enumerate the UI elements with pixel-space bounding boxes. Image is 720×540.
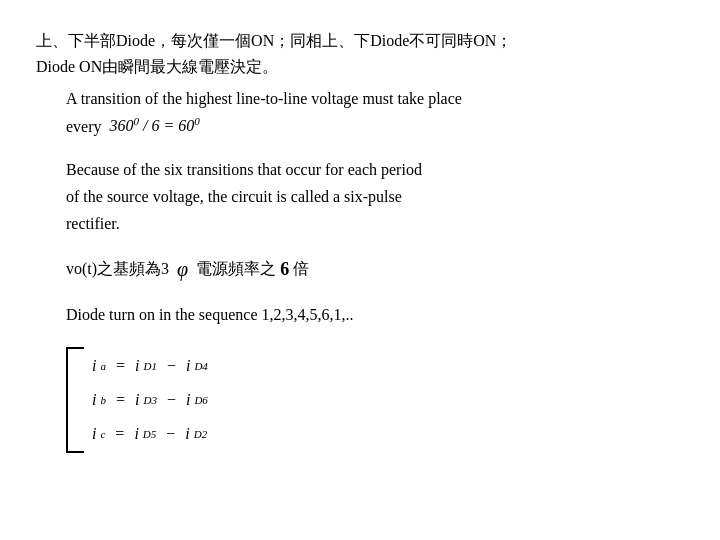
eq1-lhs-sub: a bbox=[100, 360, 106, 372]
matrix-wrapper: i a = i D1 − i D4 i b = i D3 − i D6 i bbox=[66, 347, 684, 453]
eq1-rhs1-var: i bbox=[135, 357, 139, 375]
paragraph-because: Because of the six transitions that occu… bbox=[66, 156, 684, 238]
math-expression: 3600 / 6 = 600 bbox=[110, 112, 200, 140]
eq2-lhs-var: i bbox=[92, 391, 96, 409]
para-a-line1: A transition of the highest line-to-line… bbox=[66, 85, 684, 112]
vo-bold-6: 6 bbox=[280, 253, 289, 285]
superscript-0-1: 0 bbox=[134, 115, 140, 127]
eq3-rhs2-var: i bbox=[185, 425, 189, 443]
vo-middle: 電源頻率之 bbox=[196, 255, 276, 284]
matrix-equations: i a = i D1 − i D4 i b = i D3 − i D6 i bbox=[92, 352, 208, 448]
page: 上、下半部Diode，每次僅一個ON；同相上、下Diode不可同時ON； Dio… bbox=[36, 28, 684, 453]
eq1-rhs2-sub: D4 bbox=[194, 360, 207, 372]
eq3-minus: − bbox=[166, 425, 175, 443]
equation-row-3: i c = i D5 − i D2 bbox=[92, 420, 208, 448]
because-line2: of the source voltage, the circuit is ca… bbox=[66, 183, 684, 210]
eq2-equals: = bbox=[116, 391, 125, 409]
eq3-lhs-sub: c bbox=[100, 428, 105, 440]
phi-symbol: φ bbox=[177, 251, 188, 287]
eq3-equals: = bbox=[115, 425, 124, 443]
eq1-minus: − bbox=[167, 357, 176, 375]
diode-sequence: Diode turn on in the sequence 1,2,3,4,5,… bbox=[66, 301, 684, 328]
spacer1 bbox=[36, 142, 684, 156]
equation-row-2: i b = i D3 − i D6 bbox=[92, 386, 208, 414]
equation-row-1: i a = i D1 − i D4 bbox=[92, 352, 208, 380]
vo-suffix-rest: 倍 bbox=[293, 255, 309, 284]
eq1-lhs-var: i bbox=[92, 357, 96, 375]
eq3-lhs-var: i bbox=[92, 425, 96, 443]
eq3-rhs1-var: i bbox=[134, 425, 138, 443]
eq3-rhs2-sub: D2 bbox=[194, 428, 207, 440]
paragraph-a: A transition of the highest line-to-line… bbox=[66, 85, 684, 140]
eq2-rhs2-var: i bbox=[186, 391, 190, 409]
eq1-rhs2-var: i bbox=[186, 357, 190, 375]
because-line3: rectifier. bbox=[66, 210, 684, 237]
chinese-text-block: 上、下半部Diode，每次僅一個ON；同相上、下Diode不可同時ON； Dio… bbox=[36, 28, 684, 79]
eq2-lhs-sub: b bbox=[100, 394, 106, 406]
superscript-0-2: 0 bbox=[194, 115, 200, 127]
eq1-equals: = bbox=[116, 357, 125, 375]
vo-prefix: vo(t)之基頻為3 bbox=[66, 255, 169, 284]
vo-line: vo(t)之基頻為3 φ 電源頻率之 6 倍 bbox=[66, 251, 684, 287]
eq2-rhs1-sub: D3 bbox=[143, 394, 156, 406]
because-line1: Because of the six transitions that occu… bbox=[66, 156, 684, 183]
eq1-rhs1-sub: D1 bbox=[143, 360, 156, 372]
para-a-line2: every 3600 / 6 = 600 bbox=[66, 112, 684, 140]
chinese-line2: Diode ON由瞬間最大線電壓決定。 bbox=[36, 54, 684, 80]
eq2-rhs2-sub: D6 bbox=[194, 394, 207, 406]
chinese-line1: 上、下半部Diode，每次僅一個ON；同相上、下Diode不可同時ON； bbox=[36, 28, 684, 54]
left-bracket bbox=[66, 347, 84, 453]
eq2-rhs1-var: i bbox=[135, 391, 139, 409]
eq2-minus: − bbox=[167, 391, 176, 409]
eq3-rhs1-sub: D5 bbox=[143, 428, 156, 440]
